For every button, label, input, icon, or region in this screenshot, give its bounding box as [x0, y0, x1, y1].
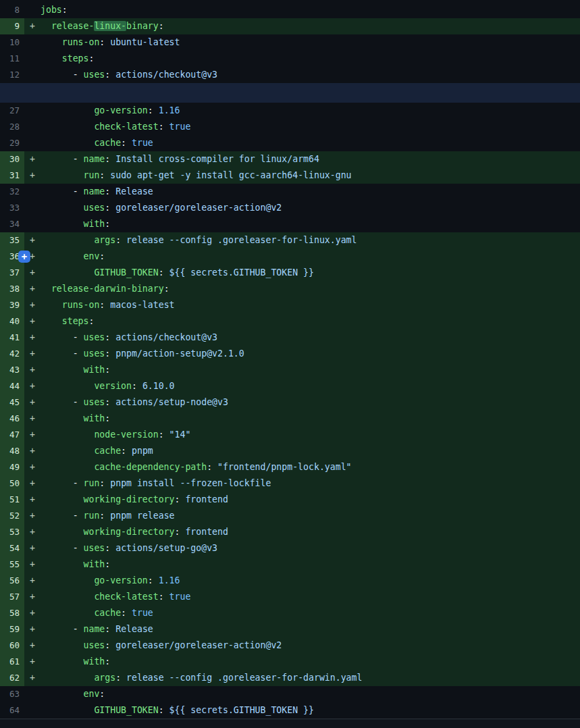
code-token: check-latest: [94, 592, 158, 602]
line-number[interactable]: 46: [0, 411, 24, 427]
code-text: steps:: [41, 313, 580, 330]
code-cell: GITHUB_TOKEN: ${{ secrets.GITHUB_TOKEN }…: [24, 702, 580, 719]
code-cell: + working-directory: frontend: [24, 492, 580, 508]
code-text: - name: Install cross-compiler for linux…: [41, 151, 580, 167]
code-token: go-version: [94, 575, 147, 586]
code-text: working-directory: frontend: [41, 524, 580, 540]
code-cell: + args: release --config .goreleaser-for…: [24, 232, 580, 249]
line-number[interactable]: 59: [0, 621, 24, 638]
code-token: with: [84, 559, 105, 569]
line-number[interactable]: 8: [0, 2, 24, 18]
line-number[interactable]: 51: [0, 492, 24, 508]
code-text: steps:: [41, 51, 580, 67]
line-number[interactable]: 55: [0, 556, 24, 573]
line-number[interactable]: 33: [0, 200, 24, 216]
line-number[interactable]: 54: [0, 540, 24, 556]
diff-add-sign: +: [30, 475, 35, 492]
code-token: 1.16: [159, 105, 180, 115]
line-number[interactable]: 27: [0, 103, 24, 119]
code-cell: + cache: pnpm: [24, 443, 580, 459]
line-number[interactable]: 31: [0, 167, 24, 184]
code-cell: + uses: goreleaser/goreleaser-action@v2: [24, 638, 580, 654]
line-number[interactable]: 52: [0, 508, 24, 524]
line-number[interactable]: 40: [0, 313, 24, 330]
code-cell: - name: Release: [24, 184, 580, 200]
line-number[interactable]: 41: [0, 330, 24, 346]
diff-line-64: 64 GITHUB_TOKEN: ${{ secrets.GITHUB_TOKE…: [0, 702, 580, 719]
code-token: [41, 673, 94, 683]
code-token: [41, 122, 94, 132]
diff-line-9: 9+ release-linux-binary:: [0, 18, 580, 34]
line-number[interactable]: 43: [0, 362, 24, 378]
line-number[interactable]: 48: [0, 443, 24, 459]
code-token: [41, 381, 94, 391]
code-token: run: [84, 170, 100, 180]
code-token: [41, 21, 51, 31]
diff-line-59: 59+ - name: Release: [0, 621, 580, 638]
line-number[interactable]: 29: [0, 135, 24, 151]
diff-line-46: 46+ with:: [0, 411, 580, 427]
line-number[interactable]: 28: [0, 119, 24, 135]
add-comment-button[interactable]: +: [18, 251, 30, 263]
code-text: runs-on: macos-latest: [41, 297, 580, 313]
diff-line-28: 28 check-latest: true: [0, 119, 580, 135]
code-token: ${{ secrets.GITHUB_TOKEN }}: [169, 705, 314, 715]
diff-line-58: 58+ cache: true: [0, 605, 580, 621]
line-number[interactable]: 60: [0, 638, 24, 654]
code-token: :: [88, 53, 94, 63]
line-number[interactable]: 9: [0, 18, 24, 34]
code-token: :: [105, 203, 115, 213]
line-number[interactable]: 53: [0, 524, 24, 540]
line-number[interactable]: 39: [0, 297, 24, 313]
line-number[interactable]: 57: [0, 589, 24, 605]
line-number[interactable]: 64: [0, 702, 24, 719]
line-number[interactable]: 38: [0, 281, 24, 297]
diff-add-sign: +: [30, 524, 35, 540]
line-number[interactable]: 47: [0, 427, 24, 443]
line-number[interactable]: 10: [0, 34, 24, 51]
line-number[interactable]: 45: [0, 394, 24, 411]
line-number[interactable]: 61: [0, 654, 24, 670]
code-token: uses: [84, 640, 105, 650]
expand-hidden-lines-band[interactable]: [0, 83, 580, 103]
code-token: [41, 300, 62, 310]
code-cell: + working-directory: frontend: [24, 524, 580, 540]
code-text: - uses: pnpm/action-setup@v2.1.0: [41, 346, 580, 362]
line-number[interactable]: 58: [0, 605, 24, 621]
diff-line-41: 41+ - uses: actions/checkout@v3: [0, 330, 580, 346]
code-cell: cache: true: [24, 135, 580, 151]
line-number[interactable]: 35: [0, 232, 24, 249]
line-number[interactable]: 37: [0, 265, 24, 281]
line-number[interactable]: 44: [0, 378, 24, 394]
line-number[interactable]: 56: [0, 573, 24, 589]
code-cell: + - uses: actions/setup-node@v3: [24, 394, 580, 411]
code-token: :: [105, 640, 115, 650]
line-number[interactable]: 42: [0, 346, 24, 362]
code-token: [41, 235, 94, 245]
line-number[interactable]: 32: [0, 184, 24, 200]
code-token: [41, 219, 84, 229]
diff-add-sign: +: [30, 362, 35, 378]
code-token: check-latest: [94, 122, 158, 132]
code-token: -: [41, 397, 84, 407]
line-number[interactable]: 50: [0, 475, 24, 492]
line-number[interactable]: 49: [0, 459, 24, 475]
code-token: [41, 527, 84, 537]
line-number[interactable]: 34: [0, 216, 24, 232]
line-number[interactable]: 62: [0, 670, 24, 686]
code-token: steps: [62, 53, 89, 63]
line-number[interactable]: 11: [0, 51, 24, 67]
code-token: -: [41, 332, 84, 342]
line-number[interactable]: 30: [0, 151, 24, 167]
code-token: 6.10.0: [142, 381, 175, 391]
code-token: [41, 462, 94, 472]
code-token: [41, 705, 94, 715]
code-cell: + - uses: pnpm/action-setup@v2.1.0: [24, 346, 580, 362]
diff-line-11: 11 steps:: [0, 51, 580, 67]
code-text: go-version: 1.16: [41, 103, 580, 119]
diff-line-33: 33 uses: goreleaser/goreleaser-action@v2: [0, 200, 580, 216]
code-token: uses: [84, 543, 105, 553]
code-token: :: [105, 624, 115, 634]
line-number[interactable]: 12: [0, 67, 24, 83]
line-number[interactable]: 63: [0, 686, 24, 702]
